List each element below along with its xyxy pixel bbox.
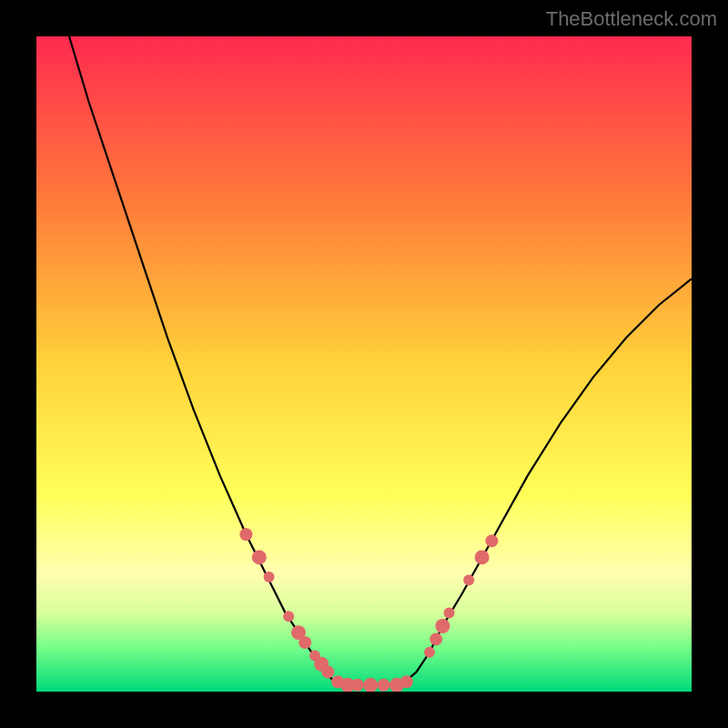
data-marker (283, 611, 294, 622)
data-marker (252, 550, 267, 564)
data-marker (321, 665, 334, 678)
data-marker (400, 675, 413, 688)
data-marker (444, 608, 455, 619)
data-marker (485, 534, 498, 547)
data-marker (378, 679, 390, 692)
data-marker (351, 679, 364, 692)
data-marker (435, 619, 450, 633)
data-marker (298, 636, 311, 649)
data-marker (475, 550, 490, 564)
data-marker (239, 528, 252, 541)
data-marker (463, 575, 474, 586)
data-marker (424, 647, 435, 658)
plot-area (36, 36, 692, 692)
gradient-background (36, 36, 692, 692)
watermark-text: TheBottleneck.com (546, 7, 717, 31)
chart-svg (36, 36, 692, 692)
data-marker (430, 632, 442, 645)
data-marker (264, 571, 275, 582)
